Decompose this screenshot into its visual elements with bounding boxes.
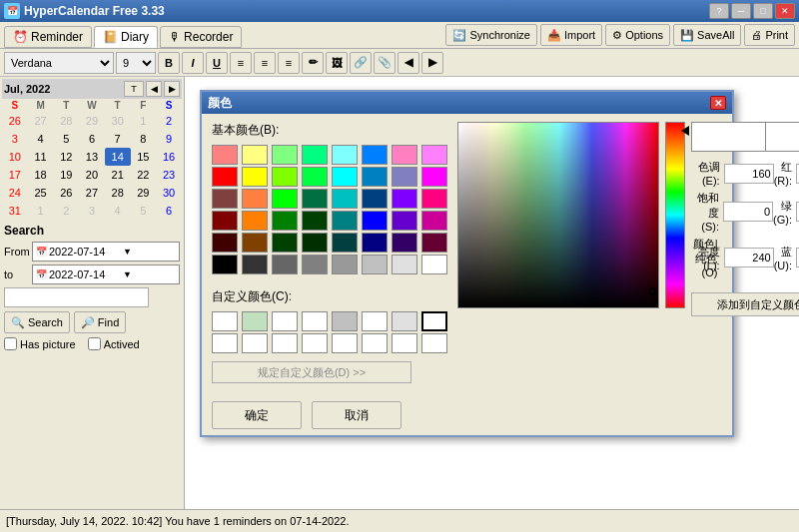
basic-color-swatch[interactable] bbox=[362, 211, 388, 231]
cal-day[interactable]: 4 bbox=[28, 130, 54, 148]
cal-day[interactable]: 2 bbox=[156, 112, 182, 130]
basic-color-swatch[interactable] bbox=[242, 167, 268, 187]
cal-day[interactable]: 18 bbox=[28, 166, 54, 184]
custom-color-swatch[interactable] bbox=[332, 333, 358, 353]
minimize-button[interactable]: ─ bbox=[731, 3, 751, 19]
saturation-input[interactable] bbox=[723, 202, 773, 222]
basic-color-swatch[interactable] bbox=[212, 255, 238, 274]
custom-color-swatch[interactable] bbox=[272, 311, 298, 331]
basic-color-swatch[interactable] bbox=[272, 255, 298, 274]
custom-color-swatch[interactable] bbox=[392, 333, 417, 353]
custom-color-swatch[interactable] bbox=[392, 311, 417, 331]
cal-day[interactable]: 17 bbox=[2, 166, 28, 184]
from-date-input[interactable] bbox=[49, 246, 121, 258]
cal-day-today[interactable]: 14 bbox=[105, 148, 131, 166]
cal-day[interactable]: 29 bbox=[131, 184, 157, 202]
hue-bar[interactable] bbox=[665, 122, 685, 308]
basic-color-swatch[interactable] bbox=[392, 255, 417, 274]
format-extra1[interactable]: ✏ bbox=[302, 52, 324, 74]
tab-recorder[interactable]: 🎙 Recorder bbox=[160, 26, 242, 48]
basic-color-swatch[interactable] bbox=[302, 233, 328, 253]
cal-day[interactable]: 19 bbox=[53, 166, 79, 184]
basic-color-swatch[interactable] bbox=[392, 211, 417, 231]
cal-day[interactable]: 22 bbox=[131, 166, 157, 184]
custom-color-swatch[interactable] bbox=[302, 311, 328, 331]
align-center-button[interactable]: ≡ bbox=[254, 52, 276, 74]
calendar-next-btn[interactable]: ▶ bbox=[164, 81, 180, 97]
cal-day[interactable]: 5 bbox=[131, 202, 157, 220]
bold-button[interactable]: B bbox=[158, 52, 180, 74]
custom-color-swatch[interactable] bbox=[362, 311, 388, 331]
search-button[interactable]: 🔍 Search bbox=[4, 311, 70, 333]
basic-color-swatch[interactable] bbox=[272, 167, 298, 187]
basic-color-swatch[interactable] bbox=[332, 167, 358, 187]
basic-color-swatch[interactable] bbox=[242, 255, 268, 274]
cal-day[interactable]: 13 bbox=[79, 148, 105, 166]
cal-day[interactable]: 15 bbox=[131, 148, 157, 166]
basic-color-swatch[interactable] bbox=[362, 233, 388, 253]
cal-day[interactable]: 24 bbox=[2, 184, 28, 202]
basic-color-swatch[interactable] bbox=[392, 167, 417, 187]
cal-day[interactable]: 9 bbox=[156, 130, 182, 148]
maximize-button[interactable]: □ bbox=[753, 3, 773, 19]
tab-diary[interactable]: 📔 Diary bbox=[94, 26, 158, 48]
cal-day[interactable]: 3 bbox=[79, 202, 105, 220]
cal-day[interactable]: 3 bbox=[2, 130, 28, 148]
basic-color-swatch[interactable] bbox=[302, 167, 328, 187]
to-date-input[interactable] bbox=[49, 268, 121, 280]
cal-day[interactable]: 6 bbox=[79, 130, 105, 148]
basic-color-swatch[interactable] bbox=[392, 189, 417, 209]
basic-color-swatch[interactable] bbox=[242, 233, 268, 253]
custom-color-swatch[interactable] bbox=[242, 333, 268, 353]
cal-day[interactable]: 31 bbox=[2, 202, 28, 220]
basic-color-swatch[interactable] bbox=[302, 211, 328, 231]
cal-day[interactable]: 27 bbox=[28, 112, 54, 130]
custom-color-swatch[interactable] bbox=[421, 311, 447, 331]
basic-color-swatch[interactable] bbox=[362, 189, 388, 209]
color-spectrum[interactable] bbox=[457, 122, 659, 308]
basic-color-swatch[interactable] bbox=[272, 145, 298, 165]
find-button[interactable]: 🔎 Find bbox=[74, 311, 126, 333]
cal-day[interactable]: 7 bbox=[105, 130, 131, 148]
format-extra2[interactable]: 🖼 bbox=[326, 52, 348, 74]
synchronize-button[interactable]: 🔄 Synchronize bbox=[445, 24, 537, 46]
basic-color-swatch[interactable] bbox=[421, 211, 447, 231]
help-button[interactable]: ? bbox=[709, 3, 729, 19]
basic-color-swatch[interactable] bbox=[332, 233, 358, 253]
basic-color-swatch[interactable] bbox=[302, 145, 328, 165]
basic-color-swatch[interactable] bbox=[242, 211, 268, 231]
basic-color-swatch[interactable] bbox=[362, 167, 388, 187]
cal-day[interactable]: 27 bbox=[79, 184, 105, 202]
has-picture-checkbox-label[interactable]: Has picture bbox=[4, 337, 76, 350]
cal-day[interactable]: 26 bbox=[53, 184, 79, 202]
basic-color-swatch[interactable] bbox=[421, 233, 447, 253]
basic-color-swatch[interactable] bbox=[421, 145, 447, 165]
define-custom-colors-button[interactable]: 规定自定义颜色(D) >> bbox=[212, 361, 411, 383]
format-extra3[interactable]: 🔗 bbox=[350, 52, 372, 74]
hue-input[interactable] bbox=[724, 164, 774, 184]
calendar-today-btn[interactable]: T bbox=[124, 81, 144, 97]
cal-day[interactable]: 28 bbox=[53, 112, 79, 130]
actived-checkbox[interactable] bbox=[88, 337, 101, 350]
basic-color-swatch[interactable] bbox=[242, 145, 268, 165]
basic-color-swatch[interactable] bbox=[302, 189, 328, 209]
font-select[interactable]: Verdana bbox=[4, 52, 114, 74]
close-button[interactable]: ✕ bbox=[775, 3, 795, 19]
underline-button[interactable]: U bbox=[206, 52, 228, 74]
format-extra5[interactable]: ◀ bbox=[398, 52, 419, 74]
ok-button[interactable]: 确定 bbox=[212, 401, 302, 429]
basic-color-swatch[interactable] bbox=[302, 255, 328, 274]
cal-day[interactable]: 1 bbox=[131, 112, 157, 130]
basic-color-swatch[interactable] bbox=[212, 145, 238, 165]
cancel-button[interactable]: 取消 bbox=[312, 401, 401, 429]
cal-day[interactable]: 4 bbox=[105, 202, 131, 220]
basic-color-swatch[interactable] bbox=[272, 211, 298, 231]
add-to-custom-button[interactable]: 添加到自定义颜色(A) bbox=[691, 292, 799, 316]
basic-color-swatch[interactable] bbox=[421, 167, 447, 187]
custom-color-swatch[interactable] bbox=[272, 333, 298, 353]
cal-day[interactable]: 30 bbox=[156, 184, 182, 202]
cal-day[interactable]: 26 bbox=[2, 112, 28, 130]
cal-day[interactable]: 11 bbox=[28, 148, 54, 166]
cal-day[interactable]: 16 bbox=[156, 148, 182, 166]
basic-color-swatch[interactable] bbox=[272, 189, 298, 209]
